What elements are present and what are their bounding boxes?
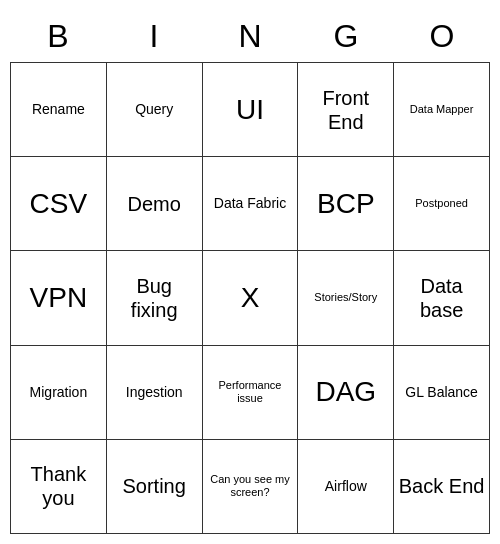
cell-r3-c3[interactable]: DAG (298, 346, 394, 440)
cell-r1-c2[interactable]: Data Fabric (203, 157, 299, 251)
cell-r3-c4[interactable]: GL Balance (394, 346, 490, 440)
header-letter-B: B (10, 10, 106, 62)
cell-r1-c1[interactable]: Demo (107, 157, 203, 251)
cell-r2-c4[interactable]: Data base (394, 251, 490, 345)
cell-r1-c4[interactable]: Postponed (394, 157, 490, 251)
cell-r3-c0[interactable]: Migration (11, 346, 107, 440)
cell-r3-c2[interactable]: Performance issue (203, 346, 299, 440)
header-letter-G: G (298, 10, 394, 62)
cell-r0-c3[interactable]: Front End (298, 63, 394, 157)
bingo-card: BINGO RenameQueryUIFront EndData MapperC… (10, 10, 490, 534)
header-letter-O: O (394, 10, 490, 62)
cell-r4-c2[interactable]: Can you see my screen? (203, 440, 299, 534)
header-letter-N: N (202, 10, 298, 62)
header-letter-I: I (106, 10, 202, 62)
cell-r4-c4[interactable]: Back End (394, 440, 490, 534)
cell-r2-c2[interactable]: X (203, 251, 299, 345)
cell-r2-c1[interactable]: Bug fixing (107, 251, 203, 345)
bingo-grid: RenameQueryUIFront EndData MapperCSVDemo… (10, 62, 490, 534)
cell-r0-c4[interactable]: Data Mapper (394, 63, 490, 157)
cell-r2-c3[interactable]: Stories/Story (298, 251, 394, 345)
cell-r3-c1[interactable]: Ingestion (107, 346, 203, 440)
cell-r4-c0[interactable]: Thank you (11, 440, 107, 534)
cell-r1-c0[interactable]: CSV (11, 157, 107, 251)
cell-r0-c0[interactable]: Rename (11, 63, 107, 157)
cell-r2-c0[interactable]: VPN (11, 251, 107, 345)
cell-r0-c2[interactable]: UI (203, 63, 299, 157)
cell-r1-c3[interactable]: BCP (298, 157, 394, 251)
cell-r0-c1[interactable]: Query (107, 63, 203, 157)
bingo-header: BINGO (10, 10, 490, 62)
cell-r4-c3[interactable]: Airflow (298, 440, 394, 534)
cell-r4-c1[interactable]: Sorting (107, 440, 203, 534)
